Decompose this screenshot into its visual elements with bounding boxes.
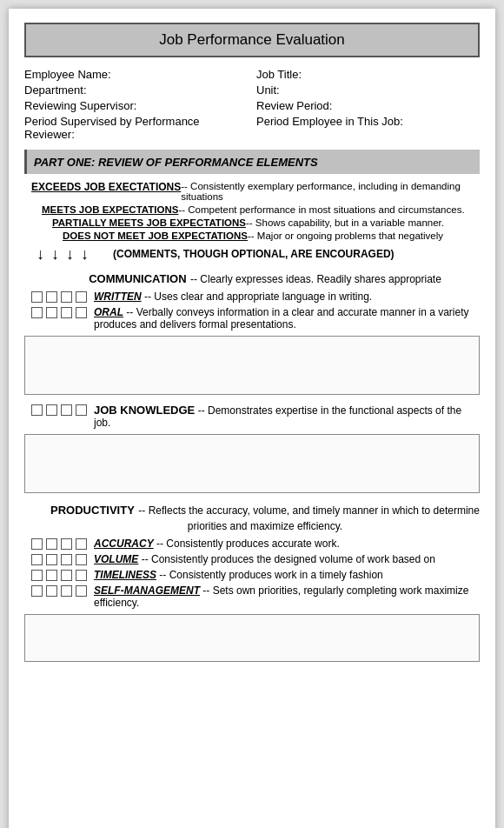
exceeds-label: EXCEEDS JOB EXECTATIONS [31, 181, 181, 193]
oral-text: ORAL -- Verbally conveys information in … [94, 306, 480, 331]
volume-label: VOLUME [94, 553, 138, 565]
meets-label: MEETS JOB EXPECTATIONS [42, 204, 178, 215]
expectations-block: EXCEEDS JOB EXECTATIONS -- Consistently … [24, 181, 480, 241]
cb-tim-1[interactable] [31, 570, 43, 581]
timeliness-text: TIMELINESS -- Consistently produces work… [94, 569, 480, 581]
fields-row-3: Reviewing Supervisor: Review Period: [24, 99, 480, 112]
arrow-1: ↓ [36, 246, 44, 262]
communication-title: COMMUNICATION [89, 272, 186, 285]
job-knowledge-checkboxes [24, 404, 87, 416]
timeliness-desc: -- Consistently produces work in a timel… [159, 569, 382, 581]
cb-tim-3[interactable] [61, 570, 72, 581]
written-checkboxes [24, 291, 87, 303]
page: Job Performance Evaluation Employee Name… [9, 9, 495, 828]
communication-desc: -- Clearly expresses ideas. Readily shar… [190, 273, 441, 285]
timeliness-row: TIMELINESS -- Consistently produces work… [24, 569, 480, 581]
written-text: WRITTEN -- Uses clear and appropriate la… [94, 290, 480, 303]
cb-jk-3[interactable] [61, 404, 72, 416]
period-employee-label: Period Employee in This Job: [256, 115, 480, 141]
period-supervised-label: Period Supervised by Performance Reviewe… [24, 115, 248, 141]
page-title: Job Performance Evaluation [159, 31, 345, 48]
cb-vol-1[interactable] [31, 554, 43, 565]
productivity-desc: -- Reflects the accuracy, volume, and ti… [138, 504, 480, 532]
cb-oral-4[interactable] [76, 307, 87, 318]
cb-written-4[interactable] [76, 291, 87, 303]
cb-acc-1[interactable] [31, 538, 43, 550]
cb-acc-4[interactable] [76, 538, 87, 550]
cb-sm-4[interactable] [76, 585, 87, 597]
productivity-title: PRODUCTIVITY [50, 504, 135, 517]
arrow-4: ↓ [81, 246, 89, 262]
employee-name-label: Employee Name: [24, 68, 248, 81]
oral-desc: -- Verbally conveys information in a cle… [94, 306, 469, 331]
cb-sm-1[interactable] [31, 585, 43, 597]
cb-oral-2[interactable] [46, 307, 57, 318]
cb-vol-3[interactable] [61, 554, 72, 565]
cb-oral-3[interactable] [61, 307, 72, 318]
partially-label: PARTIALLY MEETS JOB EXPECTATIONS [52, 217, 246, 228]
productivity-title-row: PRODUCTIVITY -- Reflects the accuracy, v… [24, 502, 480, 533]
written-row: WRITTEN -- Uses clear and appropriate la… [24, 290, 480, 303]
arrow-3: ↓ [66, 246, 74, 262]
cb-jk-2[interactable] [46, 404, 57, 416]
accuracy-desc: -- Consistently produces accurate work. [156, 538, 340, 550]
job-knowledge-comment-box[interactable] [24, 434, 480, 493]
arrows-row: ↓ ↓ ↓ ↓ (COMMENTS, THOUGH OPTIONAL, ARE … [24, 246, 480, 262]
arrow-2: ↓ [51, 246, 59, 262]
accuracy-text: ACCURACY -- Consistently produces accura… [94, 538, 480, 550]
volume-desc: -- Consistently produces the designed vo… [142, 553, 435, 565]
self-mgmt-checkboxes [24, 585, 87, 597]
job-title-label: Job Title: [256, 68, 480, 81]
partially-text: -- Shows capability, but in a variable m… [246, 217, 444, 228]
cb-sm-3[interactable] [61, 585, 72, 597]
written-desc: -- Uses clear and appropriate language i… [144, 290, 372, 303]
fields-row-2: Department: Unit: [24, 83, 480, 97]
cb-jk-4[interactable] [76, 404, 87, 416]
self-management-row: SELF-MANAGEMENT -- Sets own priorities, … [24, 584, 480, 609]
cb-written-3[interactable] [61, 291, 72, 303]
reviewing-supervisor-label: Reviewing Supervisor: [24, 99, 248, 112]
oral-row: ORAL -- Verbally conveys information in … [24, 306, 480, 331]
oral-checkboxes [24, 307, 87, 318]
cb-vol-2[interactable] [46, 554, 57, 565]
communication-title-row: COMMUNICATION -- Clearly expresses ideas… [24, 270, 480, 286]
cb-written-2[interactable] [46, 291, 57, 303]
expectation-not-meet: DOES NOT MEET JOB EXPECTATIONS -- Major … [31, 230, 480, 241]
self-management-text: SELF-MANAGEMENT -- Sets own priorities, … [94, 584, 480, 609]
communication-comment-box[interactable] [24, 336, 480, 395]
cb-jk-1[interactable] [31, 404, 43, 416]
cb-sm-2[interactable] [46, 585, 57, 597]
self-management-label: SELF-MANAGEMENT [94, 584, 200, 597]
department-label: Department: [24, 83, 248, 97]
not-meet-text: -- Major or ongoing problems that negati… [248, 230, 443, 241]
cb-tim-4[interactable] [76, 570, 87, 581]
cb-acc-3[interactable] [61, 538, 72, 550]
expectation-meets: MEETS JOB EXPECTATIONS -- Competent perf… [31, 204, 480, 215]
not-meet-label: DOES NOT MEET JOB EXPECTATIONS [63, 230, 248, 241]
productivity-comment-box[interactable] [24, 614, 480, 662]
title-box: Job Performance Evaluation [24, 23, 480, 57]
review-period-label: Review Period: [256, 99, 480, 112]
timeliness-checkboxes [24, 570, 87, 581]
volume-row: VOLUME -- Consistently produces the desi… [24, 553, 480, 565]
expectation-partially: PARTIALLY MEETS JOB EXPECTATIONS -- Show… [31, 217, 480, 228]
oral-label: ORAL [94, 306, 123, 318]
exceeds-text: -- Consistently exemplary performance, i… [181, 181, 480, 202]
cb-acc-2[interactable] [46, 538, 57, 550]
expectation-exceeds: EXCEEDS JOB EXECTATIONS -- Consistently … [31, 181, 480, 202]
unit-label: Unit: [256, 83, 480, 97]
part-one-header: PART ONE: REVIEW OF PERFORMANCE ELEMENTS [24, 150, 480, 174]
meets-text: -- Competent performance in most situati… [178, 204, 464, 215]
comments-note: (COMMENTS, THOUGH OPTIONAL, ARE ENCOURAG… [113, 248, 395, 260]
cb-tim-2[interactable] [46, 570, 57, 581]
cb-oral-1[interactable] [31, 307, 43, 318]
fields-row-1: Employee Name: Job Title: [24, 68, 480, 81]
cb-written-1[interactable] [31, 291, 43, 303]
cb-vol-4[interactable] [76, 554, 87, 565]
timeliness-label: TIMELINESS [94, 569, 156, 581]
accuracy-row: ACCURACY -- Consistently produces accura… [24, 538, 480, 550]
written-label: WRITTEN [94, 290, 142, 303]
accuracy-label: ACCURACY [94, 538, 154, 550]
job-knowledge-title: JOB KNOWLEDGE [94, 404, 195, 417]
job-knowledge-text: JOB KNOWLEDGE -- Demonstrates expertise … [94, 404, 480, 429]
